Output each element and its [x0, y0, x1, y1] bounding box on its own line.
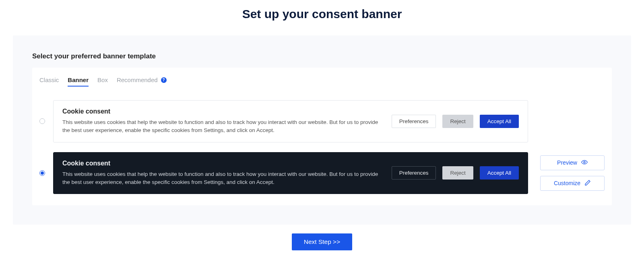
- tab-banner[interactable]: Banner: [68, 75, 89, 87]
- accept-all-button[interactable]: Accept All: [480, 166, 519, 180]
- tab-recommended-label: Recommended: [117, 76, 158, 83]
- accept-all-button[interactable]: Accept All: [480, 115, 519, 128]
- consent-title: Cookie consent: [62, 108, 382, 115]
- customize-button[interactable]: Customize: [540, 176, 605, 191]
- template-panel: Select your preferred banner template Cl…: [13, 35, 631, 225]
- tab-classic[interactable]: Classic: [39, 75, 59, 87]
- consent-description: This website uses cookies that help the …: [62, 170, 382, 187]
- radio-template-light[interactable]: [39, 118, 45, 124]
- template-option-dark[interactable]: Cookie consent This website uses cookies…: [53, 152, 528, 194]
- template-card: Classic Banner Box Recommended ? Cookie: [32, 68, 612, 205]
- template-option-light-row: Cookie consent This website uses cookies…: [39, 100, 605, 142]
- preferences-button[interactable]: Preferences: [392, 115, 436, 128]
- consent-title: Cookie consent: [62, 160, 382, 167]
- next-step-button[interactable]: Next Step >>: [292, 233, 352, 250]
- template-option-dark-row: Cookie consent This website uses cookies…: [39, 152, 605, 194]
- section-label: Select your preferred banner template: [32, 52, 612, 60]
- reject-button[interactable]: Reject: [442, 115, 473, 128]
- preferences-button[interactable]: Preferences: [392, 166, 436, 180]
- preview-button-label: Preview: [557, 159, 577, 166]
- eye-icon: [581, 159, 588, 167]
- tab-recommended[interactable]: Recommended ?: [117, 75, 167, 87]
- radio-template-dark[interactable]: [39, 170, 45, 176]
- tab-box[interactable]: Box: [97, 75, 108, 87]
- template-option-light[interactable]: Cookie consent This website uses cookies…: [53, 100, 528, 142]
- tabs: Classic Banner Box Recommended ?: [39, 75, 605, 88]
- customize-button-label: Customize: [554, 180, 580, 186]
- reject-button[interactable]: Reject: [442, 166, 473, 180]
- consent-description: This website uses cookies that help the …: [62, 118, 382, 135]
- help-icon[interactable]: ?: [161, 77, 167, 83]
- preview-button[interactable]: Preview: [540, 155, 605, 170]
- side-actions: Preview Customize: [540, 155, 605, 191]
- page-title: Set up your consent banner: [13, 7, 631, 21]
- template-options: Cookie consent This website uses cookies…: [39, 100, 605, 194]
- svg-point-0: [584, 161, 585, 163]
- pencil-icon: [584, 180, 591, 187]
